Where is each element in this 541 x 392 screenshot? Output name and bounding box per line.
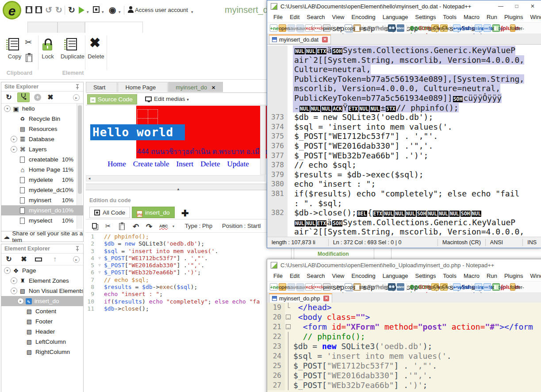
copy-icon[interactable]: copy bbox=[345, 24, 352, 32]
diagnostic-icon[interactable] bbox=[17, 92, 30, 102]
folder-ws-icon[interactable]: folder-ws bbox=[510, 283, 515, 291]
element-tree-item[interactable]: ▸ Element Zones bbox=[1, 276, 83, 286]
save-icon[interactable]: save bbox=[288, 283, 295, 291]
code-line[interactable]: 19 </head> bbox=[267, 303, 541, 312]
menu-item[interactable]: Window bbox=[527, 13, 541, 22]
doc-map-icon[interactable]: doc-map bbox=[492, 24, 500, 32]
code-line[interactable]: 22 // phpinfo(); bbox=[267, 332, 541, 342]
undo-icon[interactable]: undo bbox=[366, 24, 374, 32]
paste-icon[interactable] bbox=[26, 54, 32, 62]
site-tree-item[interactable]: Resources bbox=[1, 124, 83, 134]
refresh-icon[interactable]: ↻ bbox=[5, 93, 13, 102]
site-tree-item[interactable]: myinsert 10% bbox=[1, 195, 83, 205]
replace-icon[interactable]: replace bbox=[397, 283, 404, 291]
lock-icon[interactable] bbox=[42, 43, 52, 50]
file-tab[interactable]: myinsert_do.php ✕ bbox=[269, 293, 332, 303]
print-icon[interactable]: print bbox=[323, 283, 330, 291]
code-line[interactable]: air`2[[System.String, mscorlib, Version=… bbox=[267, 227, 541, 237]
scroll-left-icon[interactable]: ◂ bbox=[86, 176, 92, 181]
code-line[interactable]: 2$db = new SQLite3('oedb.db'); bbox=[86, 240, 271, 247]
menu-item[interactable]: Macro bbox=[460, 272, 483, 281]
nav-link[interactable]: Update bbox=[227, 160, 249, 168]
code-line[interactable]: Culture=neutral, bbox=[267, 65, 541, 74]
menu-item[interactable]: Plugins bbox=[501, 272, 527, 281]
close-button[interactable]: ✕ bbox=[526, 0, 539, 12]
element-tree-item[interactable]: RightColumn bbox=[1, 347, 83, 357]
sync-v-icon[interactable]: sync-v bbox=[431, 283, 439, 291]
expand-panel-icon[interactable]: ▸ bbox=[73, 94, 80, 101]
close-icon[interactable]: close bbox=[305, 24, 313, 32]
panel-splitter[interactable]: ▲ bbox=[86, 184, 271, 190]
element-tree-item[interactable]: Header bbox=[1, 327, 83, 337]
redo-icon[interactable]: redo bbox=[375, 24, 383, 32]
site-tree-item[interactable]: ▸ Layers bbox=[1, 144, 83, 154]
code-line[interactable]: 4$_POST["WE1712bc53f7"] . ',"'. bbox=[86, 255, 271, 262]
maximize-button[interactable]: □ bbox=[510, 0, 523, 12]
find-icon[interactable]: find bbox=[388, 283, 395, 291]
pin-icon[interactable] bbox=[75, 246, 80, 252]
nav-link[interactable]: Home bbox=[107, 160, 126, 168]
word-wrap-icon[interactable]: word-wrap bbox=[453, 24, 460, 32]
expand-icon[interactable]: ▸ bbox=[17, 298, 24, 304]
print-icon[interactable]: print bbox=[323, 24, 330, 32]
copy-button[interactable]: Copy bbox=[2, 53, 27, 60]
site-tree-item[interactable]: myinsert_do 10% bbox=[1, 205, 83, 215]
code-line[interactable]: 24$sql = 'insert into mem values('. bbox=[267, 351, 541, 361]
site-tree-item[interactable]: myselect 10% bbox=[1, 215, 83, 226]
copy-icon[interactable]: copy bbox=[345, 283, 352, 291]
add-icon[interactable]: + bbox=[34, 94, 41, 101]
code-line[interactable]: 26$_POST["WE2016dab330"] .'",'. bbox=[267, 371, 541, 380]
expand-icon[interactable]: ▸ bbox=[11, 146, 17, 153]
canvas-vertical-scrollbar[interactable] bbox=[260, 106, 266, 175]
indent-guide-icon[interactable]: indent-guide bbox=[475, 283, 482, 291]
sync-h-icon[interactable]: sync-h bbox=[440, 283, 448, 291]
code-line[interactable]: 8$results = $db->exec($sql); bbox=[86, 284, 271, 291]
code-editor[interactable]: 1// phpinfo();2$db = new SQLite3('oedb.d… bbox=[86, 233, 271, 392]
word-wrap-icon[interactable]: word-wrap bbox=[453, 283, 460, 291]
menu-item[interactable]: Search bbox=[303, 272, 328, 281]
element-tree-item[interactable]: Footer bbox=[1, 316, 83, 327]
chevron-down-icon[interactable]: ▾ bbox=[173, 224, 174, 228]
replace-icon[interactable]: replace bbox=[397, 24, 404, 32]
fold-margin[interactable] bbox=[96, 255, 103, 262]
menu-item[interactable]: Macro bbox=[460, 13, 483, 22]
code-line[interactable]: NULNULETXäSOHSystem.Collections.Generic.… bbox=[267, 218, 541, 227]
code-line[interactable]: mscorlib, Version=4.0.0.0, Culture=neutr… bbox=[267, 84, 541, 93]
ribbon-tab[interactable] bbox=[85, 22, 143, 33]
redo-icon[interactable]: ↻ bbox=[55, 5, 62, 15]
menu-item[interactable]: Run bbox=[483, 272, 501, 281]
publish-globe-icon[interactable]: ◉ bbox=[109, 5, 116, 15]
close-all-icon[interactable]: close-all bbox=[314, 283, 322, 291]
undo-icon[interactable]: ↶ bbox=[133, 222, 139, 231]
plugin-icon[interactable]: plugin bbox=[501, 24, 509, 32]
canvas-horizontal-scrollbar[interactable]: ◂ bbox=[86, 175, 265, 181]
code-line[interactable]: 373$db = new SQLite3('oedb.db'); bbox=[267, 112, 541, 122]
edit-medias-button[interactable]: Edit medias ▾ bbox=[145, 95, 189, 104]
cut-icon[interactable]: ✂ bbox=[105, 222, 111, 230]
expand-icon[interactable]: ▾ bbox=[11, 288, 17, 294]
menu-item[interactable]: File bbox=[270, 13, 286, 22]
account-dropdown-icon[interactable]: ▾ bbox=[191, 7, 193, 17]
menu-item[interactable]: Edit bbox=[286, 272, 303, 281]
menu-item[interactable]: View bbox=[329, 13, 348, 22]
refresh-icon[interactable]: ↻ bbox=[5, 255, 13, 264]
publish-dropdown-icon[interactable]: ▾ bbox=[119, 7, 121, 17]
menu-item[interactable]: View bbox=[329, 272, 348, 281]
indent-guide-icon[interactable]: indent-guide bbox=[475, 24, 482, 32]
share-site-button[interactable]: ☁↑ Share or sell your site as a tem bbox=[1, 231, 83, 242]
code-line[interactable]: 377$_POST["WEb32b7ea66b"] .')'; bbox=[267, 151, 541, 161]
nav-link[interactable]: Insert bbox=[176, 160, 194, 168]
site-tree-item[interactable]: mydelete_do 10% bbox=[1, 185, 83, 195]
redo-icon[interactable]: redo bbox=[375, 283, 383, 291]
play-dropdown-icon[interactable]: ▾ bbox=[87, 7, 89, 17]
source-code-button[interactable]: ‹›Source Code bbox=[87, 94, 137, 104]
fold-margin[interactable] bbox=[285, 322, 292, 332]
cut-icon[interactable]: cut bbox=[336, 24, 343, 32]
titlebar[interactable]: C:\Users\LAB\Documents\openElement\hello… bbox=[267, 0, 541, 13]
show-symbols-icon[interactable]: show-symbols bbox=[462, 283, 469, 291]
menu-item[interactable]: Settings bbox=[412, 272, 440, 281]
menu-item[interactable]: Search bbox=[303, 13, 328, 22]
fold-margin[interactable] bbox=[96, 269, 103, 276]
paste-icon[interactable]: paste bbox=[353, 24, 361, 32]
open-icon[interactable]: open bbox=[279, 24, 286, 32]
